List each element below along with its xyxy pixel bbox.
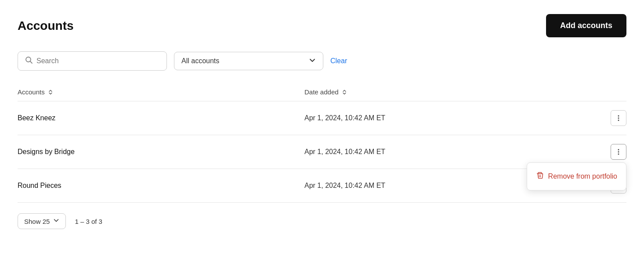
search-input[interactable]: [36, 57, 159, 65]
add-accounts-button[interactable]: Add accounts: [546, 14, 626, 37]
account-name: Beez Kneez: [18, 114, 304, 122]
show-select-label: Show 25: [24, 218, 50, 225]
search-wrapper: [18, 51, 167, 71]
dropdown-label: All accounts: [181, 57, 219, 65]
remove-from-portfolio-item[interactable]: Remove from portfolio: [527, 166, 626, 187]
all-accounts-dropdown[interactable]: All accounts: [174, 52, 323, 70]
account-name: Round Pieces: [18, 182, 304, 190]
clear-button[interactable]: Clear: [330, 57, 347, 65]
svg-point-4: [618, 120, 619, 121]
more-options-button[interactable]: [611, 110, 626, 126]
col-header-date-added: Date added: [304, 88, 591, 96]
pagination-row: Show 25 1 – 3 of 3: [18, 213, 626, 229]
cell-actions: Remove from portfolio: [591, 144, 626, 160]
col-header-actions: [591, 88, 626, 96]
svg-point-5: [618, 149, 619, 151]
table-header: Accounts Date added: [18, 83, 626, 101]
remove-from-portfolio-label: Remove from portfolio: [548, 172, 617, 180]
context-menu: Remove from portfolio: [527, 162, 626, 190]
more-options-button[interactable]: [611, 144, 626, 160]
sort-icon-accounts[interactable]: [47, 89, 54, 95]
svg-point-6: [618, 151, 619, 153]
account-date: Apr 1, 2024, 10:42 AM ET: [304, 114, 591, 122]
table-container: Accounts Date added: [18, 83, 626, 203]
chevron-down-icon: [53, 217, 59, 225]
svg-line-1: [30, 61, 33, 64]
svg-point-2: [618, 115, 619, 117]
col-header-accounts: Accounts: [18, 88, 304, 96]
page-container: Accounts Add accounts All accounts Clear: [0, 0, 644, 243]
page-title: Accounts: [18, 19, 74, 33]
trash-icon: [536, 172, 544, 181]
svg-point-3: [618, 118, 619, 119]
account-date: Apr 1, 2024, 10:42 AM ET: [304, 148, 591, 156]
chevron-down-icon: [309, 57, 316, 65]
header-row: Accounts Add accounts: [18, 14, 626, 37]
table-row: Designs by Bridge Apr 1, 2024, 10:42 AM …: [18, 135, 626, 169]
account-name: Designs by Bridge: [18, 148, 304, 156]
sort-icon-date-added[interactable]: [341, 89, 347, 95]
pagination-info: 1 – 3 of 3: [75, 218, 102, 225]
cell-actions: [591, 110, 626, 126]
search-icon: [25, 56, 33, 66]
filters-row: All accounts Clear: [18, 51, 626, 71]
table-row: Beez Kneez Apr 1, 2024, 10:42 AM ET: [18, 101, 626, 135]
show-select[interactable]: Show 25: [18, 213, 66, 229]
svg-point-7: [618, 154, 619, 155]
